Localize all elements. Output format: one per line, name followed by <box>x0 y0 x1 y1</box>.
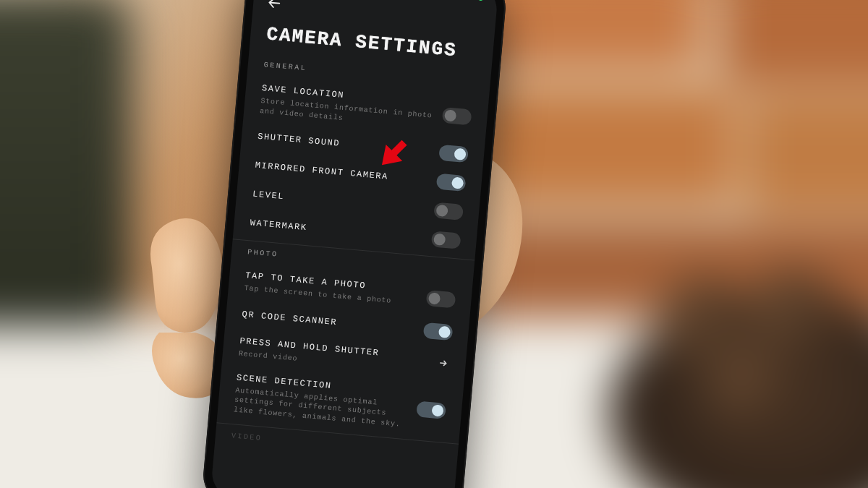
toggle-mirrored-front[interactable] <box>436 174 467 192</box>
setting-label: WATERMARK <box>250 217 423 244</box>
status-battery-text: 54% <box>445 0 467 1</box>
toggle-scene-detection[interactable] <box>416 401 446 419</box>
toggle-qr-scanner[interactable] <box>423 322 454 341</box>
toggle-level[interactable] <box>433 202 464 221</box>
toggle-shutter-sound[interactable] <box>438 145 469 163</box>
back-button[interactable] <box>263 0 286 14</box>
phone-device: 09:07 54% CAMERA SETTINGS <box>201 0 509 488</box>
toggle-save-location[interactable] <box>442 107 472 125</box>
chevron-right-icon <box>438 357 451 372</box>
toggle-watermark[interactable] <box>431 231 461 249</box>
phone-screen: 09:07 54% CAMERA SETTINGS <box>210 0 499 488</box>
toggle-tap-photo[interactable] <box>426 290 456 308</box>
privacy-indicator-dot <box>478 0 484 1</box>
